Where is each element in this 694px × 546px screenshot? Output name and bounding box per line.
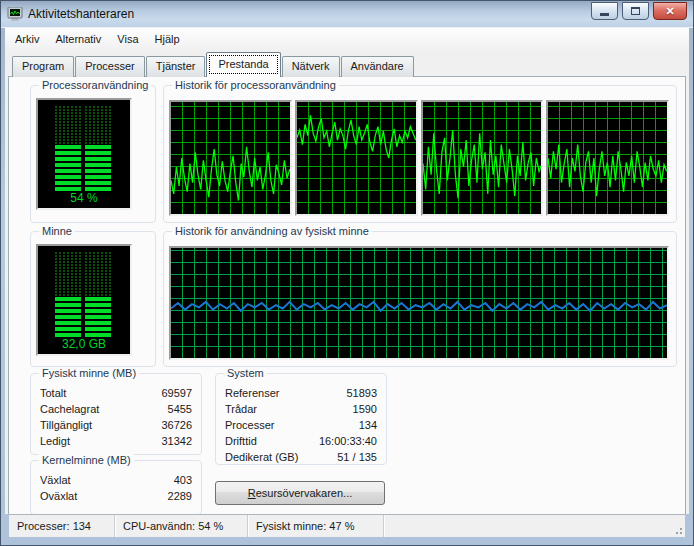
stat-label: Dedikerat (GB) — [225, 449, 298, 465]
cpu-gauge-unlit — [85, 105, 111, 145]
resource-monitor-button[interactable]: Resursövervakaren... — [215, 481, 385, 505]
table-row: Drifttid16:00:33:40 — [225, 433, 377, 449]
table-row: Trådar1590 — [225, 401, 377, 417]
cpu-history-graph-3 — [421, 100, 544, 216]
table-row: Oväxlat2289 — [40, 488, 192, 504]
tab-strip: Program Processer Tjänster Prestanda Nät… — [5, 50, 689, 77]
stat-value: 51 / 135 — [337, 449, 377, 465]
memory-gauge-bars — [55, 251, 111, 337]
button-label: esursövervakaren... — [256, 487, 353, 499]
minimize-button[interactable] — [591, 2, 618, 20]
stat-value: 403 — [174, 472, 192, 488]
menubar: Arkiv Alternativ Visa Hjälp — [5, 28, 689, 50]
cpu-gauge-bars — [55, 105, 111, 191]
cpu-history-group-title: Historik för processoranvändning — [172, 79, 339, 91]
task-manager-window: Aktivitetshanteraren ✕ Arkiv Alternativ … — [0, 0, 694, 546]
table-row: Växlat403 — [40, 472, 192, 488]
physical-memory-group-title: Fysiskt minne (MB) — [39, 367, 139, 379]
stat-value: 31342 — [161, 433, 192, 449]
stat-label: Växlat — [40, 472, 71, 488]
stat-value: 5455 — [168, 401, 192, 417]
cpu-history-graph-1 — [169, 100, 292, 216]
stat-value: 51893 — [346, 385, 377, 401]
cpu-usage-gauge: 54 % — [36, 98, 132, 210]
memory-gauge-fill — [55, 297, 81, 337]
cpu-history-groupbox: Historik för processoranvändning — [163, 85, 677, 223]
dialog-body: Program Processer Tjänster Prestanda Nät… — [5, 50, 689, 514]
system-groupbox: System Referenser51893 Trådar1590 Proces… — [215, 373, 387, 465]
tab-processer[interactable]: Processer — [75, 56, 145, 77]
status-filler — [384, 515, 685, 537]
stat-value: 16:00:33:40 — [319, 433, 377, 449]
table-row: Referenser51893 — [225, 385, 377, 401]
stat-value: 2289 — [168, 488, 192, 504]
stat-label: Ledigt — [40, 433, 70, 449]
stat-value: 1590 — [353, 401, 377, 417]
tab-program[interactable]: Program — [12, 56, 74, 77]
close-button[interactable]: ✕ — [653, 2, 687, 20]
memory-history-row — [169, 246, 669, 360]
table-row: Ledigt31342 — [40, 433, 192, 449]
performance-tab-page: Processoranvändning 54 % Historik för pr… — [8, 76, 686, 514]
table-row: Cachelagrat5455 — [40, 401, 192, 417]
menu-visa[interactable]: Visa — [109, 30, 146, 48]
stat-value: 36726 — [161, 417, 192, 433]
kernel-memory-group-title: Kernelminne (MB) — [39, 454, 134, 466]
memory-groupbox: Minne 32,0 GB — [30, 231, 156, 367]
cpu-usage-groupbox: Processoranvändning 54 % — [30, 85, 156, 223]
memory-gauge: 32,0 GB — [36, 244, 132, 356]
stat-label: Tillgängligt — [40, 417, 92, 433]
menu-alternativ[interactable]: Alternativ — [47, 30, 109, 48]
app-icon — [7, 7, 23, 21]
stat-label: Trådar — [225, 401, 257, 417]
cpu-history-row — [169, 100, 669, 216]
stat-value: 134 — [359, 417, 377, 433]
window-title: Aktivitetshanteraren — [28, 7, 591, 21]
kernel-memory-groupbox: Kernelminne (MB) Växlat403 Oväxlat2289 — [30, 460, 202, 514]
cpu-usage-value: 54 % — [38, 191, 130, 205]
physical-memory-groupbox: Fysiskt minne (MB) Totalt69597 Cachelagr… — [30, 373, 202, 455]
cpu-gauge-fill — [55, 145, 81, 191]
titlebar[interactable]: Aktivitetshanteraren ✕ — [1, 1, 693, 28]
system-group-title: System — [224, 367, 267, 379]
resize-grip[interactable] — [671, 523, 684, 536]
memory-gauge-unlit — [55, 251, 81, 297]
stat-label: Referenser — [225, 385, 279, 401]
stat-label: Drifttid — [225, 433, 257, 449]
memory-usage-value: 32,0 GB — [38, 337, 130, 351]
maximize-button[interactable] — [622, 2, 649, 20]
tab-anvandare[interactable]: Användare — [341, 56, 414, 77]
status-cpu-usage: CPU-användn: 54 % — [115, 515, 248, 537]
tab-prestanda[interactable]: Prestanda — [206, 52, 280, 77]
cpu-history-graph-4 — [546, 100, 669, 216]
cpu-history-graph-2 — [295, 100, 418, 216]
cpu-gauge-fill — [85, 145, 111, 191]
statusbar: Processer: 134 CPU-användn: 54 % Fysiskt… — [9, 514, 685, 537]
stat-label: Totalt — [40, 385, 66, 401]
memory-history-graph — [169, 246, 669, 360]
tab-tjanster[interactable]: Tjänster — [146, 56, 206, 77]
status-processes: Processer: 134 — [9, 515, 115, 537]
stat-label: Processer — [225, 417, 275, 433]
menu-arkiv[interactable]: Arkiv — [7, 30, 47, 48]
close-icon: ✕ — [665, 6, 674, 17]
memory-gauge-unlit — [85, 251, 111, 297]
minimize-icon — [600, 13, 609, 16]
stat-value: 69597 — [161, 385, 192, 401]
status-physical-memory: Fysiskt minne: 47 % — [248, 515, 384, 537]
menu-hjalp[interactable]: Hjälp — [147, 30, 188, 48]
memory-history-groupbox: Historik för användning av fysiskt minne — [163, 231, 677, 367]
table-row: Tillgängligt36726 — [40, 417, 192, 433]
table-row: Dedikerat (GB)51 / 135 — [225, 449, 377, 465]
button-accelerator: R — [248, 487, 256, 499]
table-row: Processer134 — [225, 417, 377, 433]
stat-label: Oväxlat — [40, 488, 77, 504]
stat-label: Cachelagrat — [40, 401, 99, 417]
tab-natverk[interactable]: Nätverk — [282, 56, 340, 77]
memory-gauge-fill — [85, 297, 111, 337]
maximize-icon — [631, 7, 640, 15]
memory-group-title: Minne — [39, 225, 75, 237]
cpu-gauge-unlit — [55, 105, 81, 145]
memory-history-group-title: Historik för användning av fysiskt minne — [172, 225, 372, 237]
table-row: Totalt69597 — [40, 385, 192, 401]
